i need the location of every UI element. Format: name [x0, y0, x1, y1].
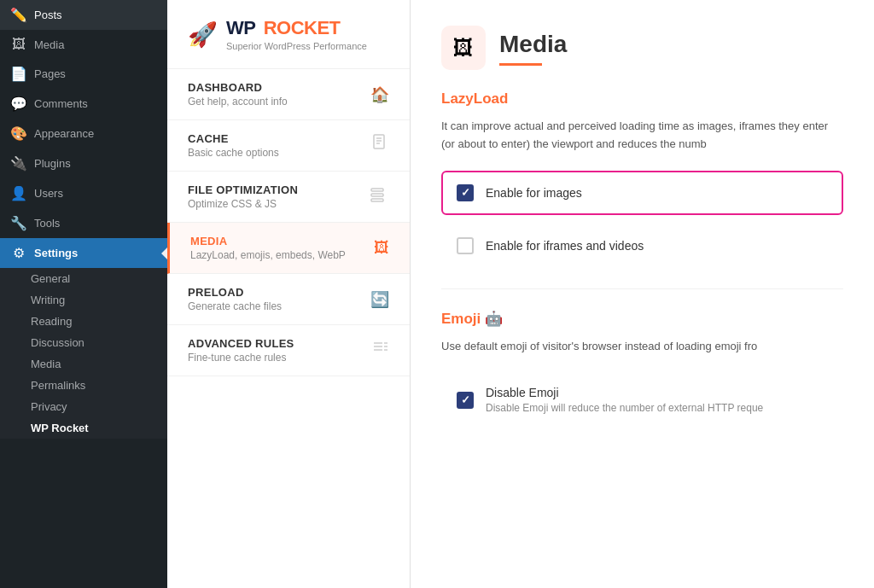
nav-advanced-sub: Fine-tune cache rules: [188, 352, 364, 364]
pages-icon: 📄: [10, 66, 27, 82]
sub-wp-rocket[interactable]: WP Rocket: [0, 417, 167, 439]
sidebar-item-tools[interactable]: 🔧 Tools: [0, 208, 167, 238]
option-enable-images[interactable]: Enable for images: [441, 171, 843, 215]
nav-dashboard[interactable]: DASHBOARD Get help, account info 🏠: [167, 69, 410, 120]
page-title: Media: [499, 31, 567, 58]
emoji-sub-desc: Disable Emoji will reduce the number of …: [486, 402, 763, 414]
svg-rect-5: [371, 194, 383, 196]
nav-media-title: MEDIA: [190, 235, 365, 247]
svg-rect-6: [371, 199, 383, 201]
media-icon: 🖼: [10, 37, 27, 52]
nav-advanced-icon: [372, 340, 389, 361]
sidebar-item-pages[interactable]: 📄 Pages: [0, 59, 167, 89]
nav-advanced-rules[interactable]: ADVANCED RULES Fine-tune cache rules: [167, 325, 410, 376]
wp-admin-sidebar: ✏️ Posts 🖼 Media 📄 Pages 💬 Comments 🎨 Ap…: [0, 0, 167, 588]
sidebar-item-plugins[interactable]: 🔌 Plugins: [0, 148, 167, 178]
nav-file-optimization[interactable]: FILE OPTIMIZATION Optimize CSS & JS: [167, 172, 410, 223]
nav-media-icon: 🖼: [374, 239, 389, 257]
nav-cache-title: CACHE: [188, 132, 364, 145]
nav-preload-sub: Generate cache files: [188, 300, 362, 312]
sidebar-item-comments[interactable]: 💬 Comments: [0, 89, 167, 119]
users-icon: 👤: [10, 185, 27, 201]
nav-preload-icon: 🔄: [370, 290, 389, 309]
sub-media[interactable]: Media: [0, 353, 167, 375]
sidebar-item-settings[interactable]: ⚙ Settings: [0, 238, 167, 268]
sidebar-item-users[interactable]: 👤 Users: [0, 178, 167, 208]
settings-icon: ⚙: [10, 245, 27, 261]
sidebar-item-media[interactable]: 🖼 Media: [0, 30, 167, 59]
nav-preload[interactable]: PRELOAD Generate cache files 🔄: [167, 274, 410, 325]
emoji-description: Use default emoji of visitor's browser i…: [441, 338, 843, 356]
tools-icon: 🔧: [10, 215, 27, 231]
sidebar-item-appearance[interactable]: 🎨 Appearance: [0, 119, 167, 148]
settings-submenu: General Writing Reading Discussion Media…: [0, 268, 167, 439]
nav-media[interactable]: MEDIA LazyLoad, emojis, embeds, WebP 🖼: [167, 223, 410, 274]
page-icon: 🖼: [441, 26, 486, 70]
nav-cache[interactable]: CACHE Basic cache options: [167, 120, 410, 172]
comments-icon: 💬: [10, 96, 27, 112]
plugin-logo: 🚀 WP ROCKET Superior WordPress Performan…: [167, 0, 410, 69]
appearance-icon: 🎨: [10, 125, 27, 142]
lazyload-description: It can improve actual and perceived load…: [441, 118, 843, 154]
sub-privacy[interactable]: Privacy: [0, 396, 167, 417]
nav-dashboard-title: DASHBOARD: [188, 81, 362, 94]
svg-rect-0: [374, 135, 384, 148]
logo-flame-icon: 🚀: [188, 20, 218, 49]
page-title-underline: [499, 63, 542, 66]
plugins-icon: 🔌: [10, 155, 27, 172]
plugin-sidebar: 🚀 WP ROCKET Superior WordPress Performan…: [167, 0, 411, 588]
option-iframes-label: Enable for iframes and videos: [486, 239, 644, 253]
option-disable-emoji[interactable]: Disable Emoji Disable Emoji will reduce …: [441, 372, 843, 428]
nav-preload-title: PRELOAD: [188, 286, 362, 299]
nav-file-icon: [370, 185, 389, 208]
checkbox-enable-images[interactable]: [457, 184, 474, 201]
lazyload-section-title: LazyLoad: [441, 90, 843, 108]
nav-file-sub: Optimize CSS & JS: [188, 198, 362, 210]
sub-discussion[interactable]: Discussion: [0, 332, 167, 353]
option-emoji-label: Disable Emoji: [486, 386, 763, 399]
svg-rect-4: [371, 189, 383, 191]
nav-advanced-title: ADVANCED RULES: [188, 337, 364, 350]
nav-cache-icon: [372, 134, 389, 157]
sidebar-item-posts[interactable]: ✏️ Posts: [0, 0, 167, 30]
sub-general[interactable]: General: [0, 268, 167, 289]
nav-cache-sub: Basic cache options: [188, 147, 364, 159]
checkbox-disable-emoji[interactable]: [457, 392, 474, 409]
nav-media-sub: LazyLoad, emojis, embeds, WebP: [190, 249, 365, 261]
logo-wp: WP: [226, 17, 255, 38]
nav-dashboard-sub: Get help, account info: [188, 96, 362, 108]
option-enable-iframes[interactable]: Enable for iframes and videos: [441, 224, 843, 268]
logo-tagline: Superior WordPress Performance: [226, 41, 367, 51]
sub-permalinks[interactable]: Permalinks: [0, 375, 167, 396]
nav-file-title: FILE OPTIMIZATION: [188, 183, 362, 196]
main-content: 🖼 Media LazyLoad It can improve actual a…: [411, 0, 874, 588]
sub-reading[interactable]: Reading: [0, 311, 167, 332]
nav-dashboard-icon: 🏠: [370, 85, 389, 104]
posts-icon: ✏️: [10, 7, 27, 23]
logo-rocket: ROCKET: [264, 17, 341, 38]
checkbox-enable-iframes[interactable]: [457, 237, 474, 254]
sub-writing[interactable]: Writing: [0, 289, 167, 311]
page-header: 🖼 Media: [441, 26, 843, 70]
option-images-label: Enable for images: [486, 186, 582, 200]
emoji-section-title: Emoji 🤖: [441, 310, 843, 328]
section-divider: [441, 288, 843, 289]
